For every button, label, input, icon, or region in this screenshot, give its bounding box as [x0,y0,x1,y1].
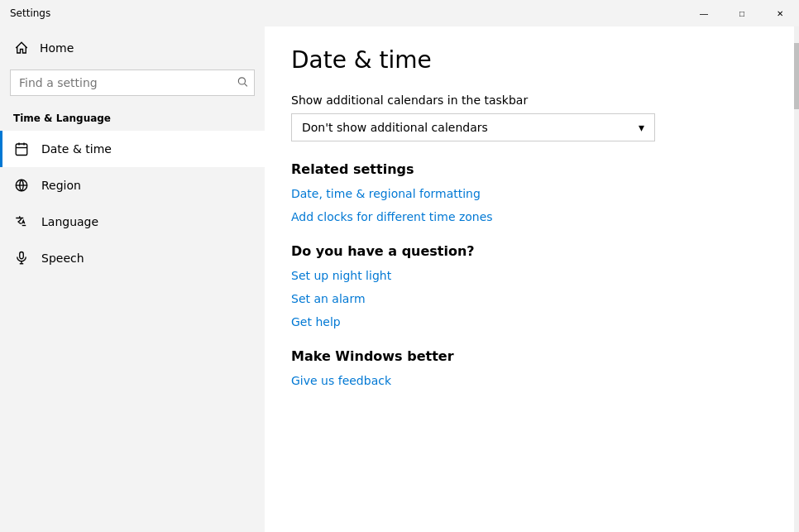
related-settings-heading: Related settings [291,161,773,177]
calendar-setting: Show additional calendars in the taskbar… [291,93,773,141]
related-settings-section: Related settings Date, time & regional f… [291,161,773,223]
svg-line-1 [245,84,247,86]
chevron-down-icon: ▾ [639,121,644,134]
titlebar-controls: — □ ✕ [685,0,799,26]
date-time-icon [13,141,30,157]
sidebar-item-region-label: Region [41,179,81,192]
main-content: Date & time Show additional calendars in… [265,26,799,532]
svg-rect-2 [16,144,27,156]
home-icon [13,40,30,56]
link-date-time-regional[interactable]: Date, time & regional formatting [291,187,773,200]
question-heading: Do you have a question? [291,243,773,259]
sidebar-item-home[interactable]: Home [0,30,265,66]
app-content: Home Time & Language [0,26,799,532]
close-button[interactable]: ✕ [761,0,799,26]
link-add-clocks[interactable]: Add clocks for different time zones [291,210,773,223]
region-icon [13,177,30,194]
sidebar-item-language[interactable]: Language [0,204,265,240]
language-icon [13,213,30,230]
search-input[interactable] [10,69,255,96]
calendar-dropdown-value: Don't show additional calendars [302,121,488,134]
link-get-help[interactable]: Get help [291,315,773,328]
speech-icon [13,250,30,266]
svg-rect-9 [20,252,24,259]
feedback-heading: Make Windows better [291,348,773,364]
feedback-section: Make Windows better Give us feedback [291,348,773,387]
titlebar-title: Settings [10,7,50,19]
sidebar-item-speech-label: Speech [41,252,84,265]
sidebar-item-date-time[interactable]: Date & time [0,131,265,167]
sidebar-item-speech[interactable]: Speech [0,240,265,276]
sidebar-item-date-time-label: Date & time [41,142,112,156]
minimize-button[interactable]: — [685,0,723,26]
calendar-label: Show additional calendars in the taskbar [291,93,773,107]
search-box [10,69,255,96]
link-give-feedback[interactable]: Give us feedback [291,374,773,387]
svg-point-0 [238,78,245,84]
maximize-button[interactable]: □ [723,0,761,26]
calendar-dropdown[interactable]: Don't show additional calendars ▾ [291,113,655,141]
titlebar: Settings — □ ✕ [0,0,799,26]
sidebar-item-language-label: Language [41,215,98,228]
sidebar-item-region[interactable]: Region [0,167,265,204]
page-title: Date & time [291,46,773,74]
link-alarm[interactable]: Set an alarm [291,292,773,305]
link-night-light[interactable]: Set up night light [291,269,773,282]
sidebar-section-title: Time & Language [0,106,265,131]
scrollbar-thumb[interactable] [794,43,799,109]
scrollbar-track [794,26,799,532]
search-button[interactable] [237,76,248,90]
question-section: Do you have a question? Set up night lig… [291,243,773,328]
home-label: Home [40,41,74,55]
sidebar: Home Time & Language [0,26,265,532]
